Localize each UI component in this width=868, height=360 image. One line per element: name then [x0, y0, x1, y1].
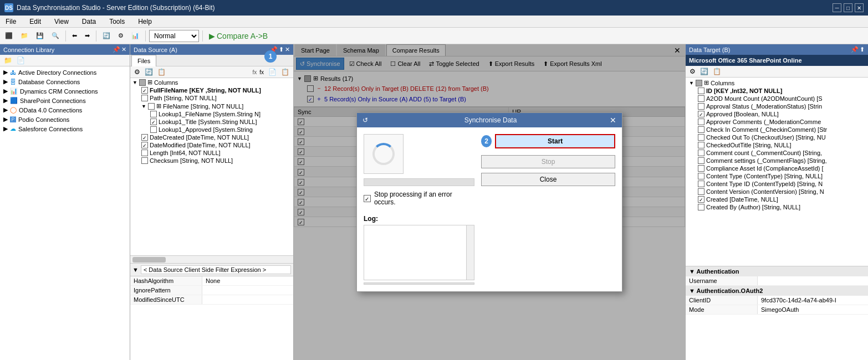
compliance-checkbox[interactable]	[698, 165, 704, 172]
toolbar-btn-5[interactable]: ⬅	[69, 29, 80, 43]
ds-col-path[interactable]: Path [String, NOT NULL]	[130, 94, 293, 102]
ds-col-datecreated[interactable]: DateCreated [DateTime, NOT NULL]	[130, 133, 293, 141]
commentcount-checkbox[interactable]	[698, 150, 704, 156]
checksum-checkbox[interactable]	[141, 157, 148, 164]
target-tool-1[interactable]: ⚙	[688, 67, 697, 76]
commentsettings-checkbox[interactable]	[698, 157, 704, 164]
checkedout-checkbox[interactable]	[698, 134, 704, 141]
tree-item-dynamics[interactable]: ▶ 📊 Dynamics CRM Connections	[1, 86, 129, 96]
tab-files[interactable]: Files	[131, 55, 156, 66]
oauth-header[interactable]: ▼ Authentication.OAuth2	[686, 286, 868, 296]
maximize-button[interactable]: □	[844, 3, 852, 12]
target-expand-icon[interactable]: ⬆	[860, 46, 865, 53]
menu-tools[interactable]: Tools	[106, 17, 128, 27]
approval-checkbox[interactable]	[698, 103, 704, 110]
approved-checkbox[interactable]	[698, 111, 704, 117]
target-columns-checkbox[interactable]	[696, 80, 702, 86]
contenttypeid-checkbox[interactable]	[698, 181, 704, 187]
target-col-contenttype[interactable]: Content Type (ContentType) [String, NULL…	[687, 172, 867, 180]
toolbar-btn-4[interactable]: 🔍	[49, 29, 62, 43]
columns-node[interactable]: ▼ ⊞ Columns	[130, 78, 293, 86]
target-col-compliance[interactable]: Compliance Asset Id (ComplianceAssetId) …	[687, 164, 867, 172]
created-checkbox[interactable]	[698, 196, 704, 203]
toolbar-btn-3[interactable]: 💾	[33, 29, 47, 43]
menu-edit[interactable]: Edit	[26, 17, 44, 27]
toolbar-btn-8[interactable]: ⚙	[115, 29, 126, 43]
menu-data[interactable]: Data	[79, 17, 99, 27]
target-col-commentsettings[interactable]: Comment settings (_CommentFlags) [String…	[687, 157, 867, 164]
target-columns-node[interactable]: ▼ ⊞ Columns	[687, 79, 867, 87]
contenttype-checkbox[interactable]	[698, 173, 704, 179]
tree-item-database[interactable]: ▶ 🗄 Database Connections	[1, 77, 129, 86]
stop-error-checkbox[interactable]	[364, 195, 371, 202]
createdby-checkbox[interactable]	[698, 204, 704, 210]
ds-col-filename[interactable]: ▼ ⊞ FileName [String, NOT NULL]	[130, 102, 293, 110]
ds-hscroll[interactable]	[130, 255, 293, 263]
ds-tool-1[interactable]: ⚙	[132, 68, 142, 76]
ds-paste-btn[interactable]: 📋	[279, 68, 291, 76]
menu-view[interactable]: View	[51, 17, 72, 27]
lookup1fn-checkbox[interactable]	[150, 111, 157, 117]
ds-col-checksum[interactable]: Checksum [String, NOT NULL]	[130, 157, 293, 164]
columns-checkbox[interactable]	[139, 79, 146, 86]
target-col-checkedout[interactable]: Checked Out To (CheckoutUser) [String, N…	[687, 133, 867, 141]
ds-tool-2[interactable]: 🔄	[143, 68, 155, 76]
target-col-approver-comments[interactable]: Approver Comments (_ModerationComme	[687, 118, 867, 126]
target-col-approved[interactable]: Approved [Boolean, NULL]	[687, 110, 867, 118]
target-col-checkedouttitle[interactable]: CheckedOutTitle [String, NULL]	[687, 141, 867, 149]
log-hscroll[interactable]	[364, 282, 474, 285]
target-col-a2od[interactable]: A2OD Mount Count (A2ODMountCount) [S	[687, 95, 867, 102]
ds-col-datemodified[interactable]: DateModified [DateTime, NOT NULL]	[130, 141, 293, 149]
compare-button[interactable]: ▶ Compare A->B	[206, 29, 270, 43]
id-checkbox[interactable]	[698, 88, 704, 94]
mode-dropdown[interactable]: Normal	[149, 30, 199, 42]
tree-item-salesforce[interactable]: ▶ ☁ Salesforce Connections	[1, 124, 129, 133]
ds-fx-btn[interactable]: fx	[258, 69, 265, 76]
datecreated-checkbox[interactable]	[141, 134, 148, 141]
tree-item-sharepoint[interactable]: ▶ 🟦 SharePoint Connections	[1, 96, 129, 105]
log-scrollbar[interactable]	[466, 225, 474, 280]
sync-dialog-close-icon[interactable]: ✕	[610, 116, 616, 124]
lookup1approved-checkbox[interactable]	[150, 126, 157, 133]
fullfilename-checkbox[interactable]	[141, 87, 148, 94]
ds-filter-input[interactable]	[141, 265, 291, 274]
minimize-button[interactable]: ─	[833, 3, 841, 12]
connection-add-btn[interactable]: 📄	[15, 56, 27, 65]
path-checkbox[interactable]	[141, 95, 148, 101]
a2od-checkbox[interactable]	[698, 95, 704, 102]
contentversion-checkbox[interactable]	[698, 188, 704, 195]
ds-close-icon[interactable]: ✕	[285, 46, 290, 53]
ds-col-lookup1-title[interactable]: Lookup1_Title [System.String NULL]	[130, 118, 293, 126]
auth-header[interactable]: ▼ Authentication	[686, 266, 868, 276]
ds-copy-btn[interactable]: 📄	[267, 68, 278, 76]
lookup1title-checkbox[interactable]	[150, 119, 157, 125]
target-col-id[interactable]: ID [KEY ,Int32, NOT NULL]	[687, 87, 867, 95]
length-checkbox[interactable]	[141, 150, 148, 156]
checkin-checkbox[interactable]	[698, 126, 704, 133]
tree-item-active-directory[interactable]: ▶ 🖧 Active Directory Connections	[1, 68, 129, 77]
toolbar-btn-2[interactable]: 📁	[18, 29, 31, 43]
start-button[interactable]: Start	[495, 134, 615, 148]
ds-expand-icon[interactable]: ⬆	[279, 46, 284, 53]
toolbar-btn-7[interactable]: 🔄	[100, 29, 113, 43]
menu-file[interactable]: File	[2, 17, 19, 27]
toolbar-btn-6[interactable]: ➡	[82, 29, 93, 43]
approver-comments-checkbox[interactable]	[698, 119, 704, 125]
toolbar-btn-9[interactable]: 📊	[129, 29, 142, 43]
target-col-checkin[interactable]: Check In Comment (_CheckinComment) [Str	[687, 126, 867, 133]
ds-tool-3[interactable]: 📋	[156, 68, 167, 76]
connection-open-btn[interactable]: 📁	[2, 56, 14, 65]
ds-col-length[interactable]: Length [Int64, NOT NULL]	[130, 149, 293, 157]
stop-button[interactable]: Stop	[481, 155, 615, 168]
target-col-created[interactable]: Created [DateTime, NULL]	[687, 196, 867, 203]
close-window-button[interactable]: ✕	[855, 3, 864, 12]
tree-item-podio[interactable]: ▶ 🅿 Podio Connections	[1, 115, 129, 124]
filename-checkbox[interactable]	[148, 103, 155, 110]
ds-hscroll-thumb[interactable]	[132, 257, 166, 263]
ds-col-lookup1-fn[interactable]: Lookup1_FileName [System.String N]	[130, 110, 293, 118]
menu-help[interactable]: Help	[135, 17, 155, 27]
target-pin-icon[interactable]: 📌	[851, 46, 859, 53]
checkedouttitle-checkbox[interactable]	[698, 142, 704, 148]
target-tool-2[interactable]: 🔄	[698, 67, 710, 76]
ds-col-fullfilename[interactable]: FullFileName [KEY ,String, NOT NULL]	[130, 86, 293, 94]
